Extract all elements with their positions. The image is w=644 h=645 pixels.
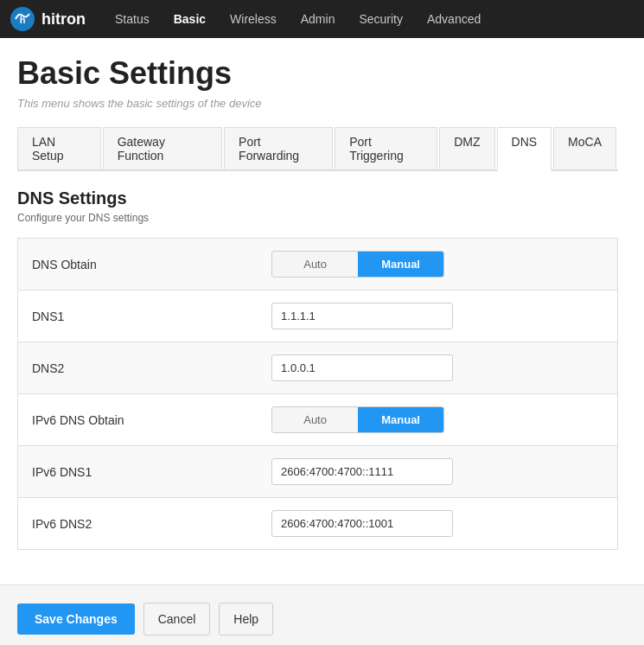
field-label-dns2: DNS2 xyxy=(18,342,258,394)
nav-link-security[interactable]: Security xyxy=(347,0,415,38)
dns-obtain-manual-btn[interactable]: Manual xyxy=(358,252,443,277)
dns2-input[interactable] xyxy=(271,354,453,381)
nav-item-status[interactable]: Status xyxy=(103,0,162,38)
navbar: h hitron Status Basic Wireless Admin Sec… xyxy=(0,0,644,38)
ipv6-dns2-input[interactable] xyxy=(271,510,453,537)
help-button[interactable]: Help xyxy=(219,603,273,635)
logo: h hitron xyxy=(9,5,86,33)
nav-item-admin[interactable]: Admin xyxy=(289,0,348,38)
tab-port-forwarding[interactable]: Port Forwarding xyxy=(224,127,333,169)
section-subtitle: Configure your DNS settings xyxy=(17,212,618,224)
nav-item-advanced[interactable]: Advanced xyxy=(415,0,493,38)
table-row: DNS2 xyxy=(18,342,618,394)
table-row: IPv6 DNS2 xyxy=(18,498,618,550)
field-label-ipv6-dns-obtain: IPv6 DNS Obtain xyxy=(18,394,258,446)
table-row: IPv6 DNS1 xyxy=(18,446,618,498)
nav-link-wireless[interactable]: Wireless xyxy=(218,0,289,38)
ipv6-dns-obtain-auto-btn[interactable]: Auto xyxy=(272,407,358,432)
nav-link-admin[interactable]: Admin xyxy=(289,0,348,38)
tab-gateway-function[interactable]: Gateway Function xyxy=(103,127,222,169)
field-label-dns-obtain: DNS Obtain xyxy=(18,239,258,291)
field-label-ipv6-dns2: IPv6 DNS2 xyxy=(18,498,258,550)
field-label-dns1: DNS1 xyxy=(18,291,258,342)
nav-link-status[interactable]: Status xyxy=(103,0,162,38)
logo-icon: h xyxy=(9,5,36,33)
table-row: DNS Obtain Auto Manual xyxy=(18,239,618,291)
footer-bar: Save Changes Cancel Help xyxy=(0,584,644,645)
nav-link-basic[interactable]: Basic xyxy=(162,0,218,38)
dns-obtain-auto-btn[interactable]: Auto xyxy=(272,252,358,277)
section-title: DNS Settings xyxy=(17,188,618,208)
nav-item-basic[interactable]: Basic xyxy=(162,0,218,38)
dns-obtain-toggle: Auto Manual xyxy=(271,251,444,278)
nav-item-security[interactable]: Security xyxy=(347,0,415,38)
cancel-button[interactable]: Cancel xyxy=(143,603,211,635)
page-content: Basic Settings This menu shows the basic… xyxy=(0,38,644,567)
save-button[interactable]: Save Changes xyxy=(17,603,135,635)
tabs-bar: LAN Setup Gateway Function Port Forwardi… xyxy=(17,127,618,171)
page-subtitle: This menu shows the basic settings of th… xyxy=(17,97,618,110)
nav-link-advanced[interactable]: Advanced xyxy=(415,0,493,38)
logo-text: hitron xyxy=(41,10,86,29)
table-row: IPv6 DNS Obtain Auto Manual xyxy=(18,394,618,446)
nav-menu: Status Basic Wireless Admin Security Adv… xyxy=(103,0,493,38)
ipv6-dns1-input[interactable] xyxy=(271,458,453,485)
nav-item-wireless[interactable]: Wireless xyxy=(218,0,289,38)
page-title: Basic Settings xyxy=(17,55,618,92)
settings-table: DNS Obtain Auto Manual DNS1 DNS2 IPv6 D xyxy=(17,238,618,550)
dns1-input[interactable] xyxy=(271,303,453,329)
table-row: DNS1 xyxy=(18,291,618,342)
tab-port-triggering[interactable]: Port Triggering xyxy=(335,127,437,169)
field-label-ipv6-dns1: IPv6 DNS1 xyxy=(18,446,258,498)
tab-dns[interactable]: DNS xyxy=(497,127,552,171)
ipv6-dns-obtain-toggle: Auto Manual xyxy=(271,406,444,433)
tab-dmz[interactable]: DMZ xyxy=(439,127,494,169)
tab-moca[interactable]: MoCA xyxy=(553,127,616,169)
ipv6-dns-obtain-manual-btn[interactable]: Manual xyxy=(358,407,443,432)
tab-lan-setup[interactable]: LAN Setup xyxy=(17,127,101,169)
